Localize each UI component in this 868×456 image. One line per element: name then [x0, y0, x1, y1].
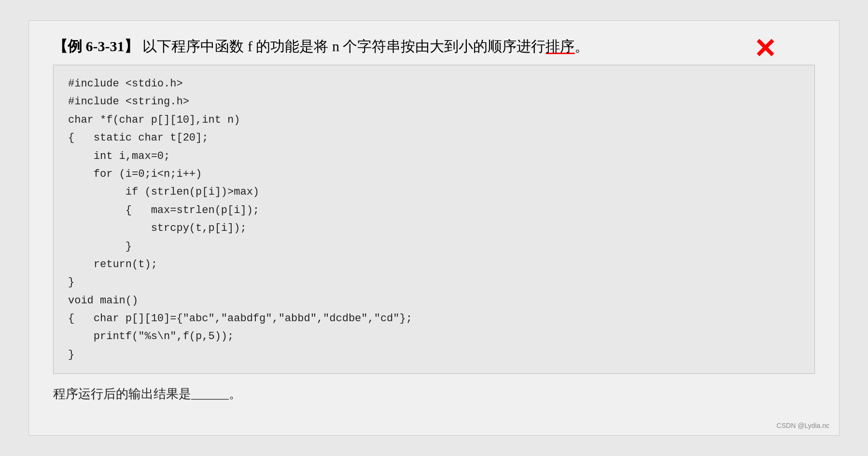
example-label: 【例 6-3-31】	[53, 35, 139, 57]
code-line-3: char *f(char p[][10],int n)	[68, 111, 800, 129]
title-description: 以下程序中函数 f 的功能是将 n 个字符串按由大到小的顺序进行排序。	[142, 35, 589, 57]
code-line-6: for (i=0;i<n;i++)	[68, 165, 800, 183]
code-line-14: { char p[][10]={"abc","aabdfg","abbd","d…	[68, 310, 800, 328]
watermark: CSDN @Lydia.nc	[777, 422, 829, 429]
question-line: 程序运行后的输出结果是______。	[53, 385, 815, 402]
code-line-8: { max=strlen(p[i]);	[68, 201, 800, 219]
main-card: 【例 6-3-31】 以下程序中函数 f 的功能是将 n 个字符串按由大到小的顺…	[28, 20, 840, 436]
code-line-16: }	[68, 346, 800, 364]
code-block: #include <stdio.h> #include <string.h> c…	[53, 65, 815, 374]
code-line-13: void main()	[68, 292, 800, 310]
code-line-10: }	[68, 238, 800, 256]
title-line: 【例 6-3-31】 以下程序中函数 f 的功能是将 n 个字符串按由大到小的顺…	[53, 35, 815, 57]
code-line-1: #include <stdio.h>	[68, 75, 800, 93]
title-text-after-underline: 。	[574, 38, 589, 54]
title-underline-text: 排序	[546, 38, 574, 54]
code-line-15: printf("%s\n",f(p,5));	[68, 328, 800, 345]
red-x-icon: ✕	[754, 35, 776, 62]
code-line-7: if (strlen(p[i])>max)	[68, 183, 800, 201]
code-line-4: { static char t[20];	[68, 129, 800, 147]
code-line-12: }	[68, 273, 800, 291]
code-line-5: int i,max=0;	[68, 147, 800, 165]
code-line-2: #include <string.h>	[68, 93, 800, 111]
code-line-11: return(t);	[68, 256, 800, 273]
title-text-before-underline: 以下程序中函数 f 的功能是将 n 个字符串按由大到小的顺序进行	[142, 38, 546, 54]
code-line-9: strcpy(t,p[i]);	[68, 219, 800, 237]
